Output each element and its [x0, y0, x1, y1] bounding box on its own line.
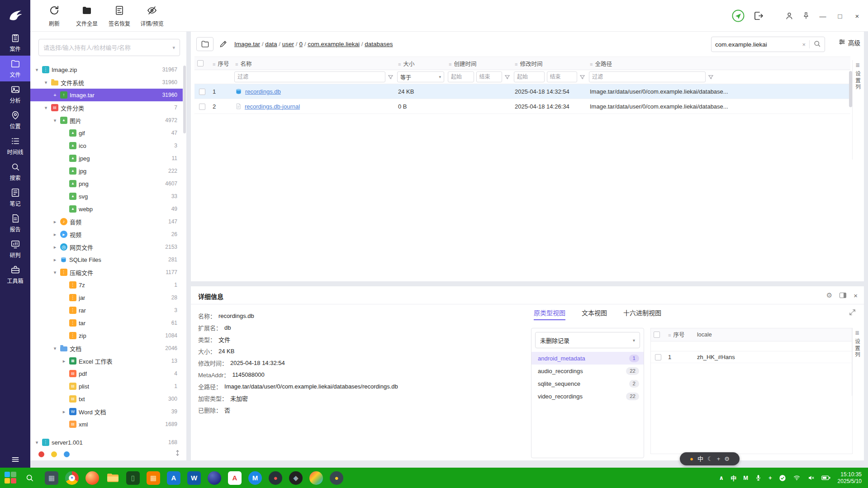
tree-node-xml[interactable]: ▤xml1689: [30, 418, 183, 431]
app-logo-icon[interactable]: [0, 0, 30, 30]
record-column-序号[interactable]: ≡序号: [665, 328, 694, 341]
tree-node-图片[interactable]: ▾▲图片4972: [30, 114, 183, 127]
toggle-panel-icon[interactable]: [840, 293, 846, 298]
file-link[interactable]: recordings.db: [245, 88, 281, 95]
export-icon[interactable]: [753, 10, 764, 21]
sidebar-item-search[interactable]: 搜索: [0, 159, 30, 185]
filter-funnel-icon[interactable]: [708, 74, 714, 80]
blue-a-editor[interactable]: A: [167, 471, 180, 485]
panel-resize-icon[interactable]: [174, 450, 181, 458]
ime-logo-icon[interactable]: ●: [690, 456, 693, 462]
taskbar-search-icon[interactable]: [25, 474, 34, 482]
send-feedback-icon[interactable]: [731, 9, 745, 23]
tree-node-zip[interactable]: ⋮zip1084: [30, 329, 183, 342]
ime-night-mode-icon[interactable]: ☾: [707, 456, 713, 462]
tree-toggle-icon[interactable]: ▾: [52, 346, 58, 351]
column-settings-button-2[interactable]: ≣ 设置列: [852, 328, 862, 396]
tree-node-png[interactable]: ▲png4607: [30, 177, 183, 190]
red-a-tool[interactable]: A: [228, 471, 242, 485]
table-list-item-android-metadata[interactable]: android_metadata1: [531, 352, 644, 365]
column-header-大小[interactable]: ≡大小: [395, 57, 446, 70]
row-checkbox[interactable]: [199, 89, 205, 95]
tree-toggle-icon[interactable]: +: [52, 92, 58, 98]
tree-node-网页文件[interactable]: ▸◎网页文件2153: [30, 241, 183, 253]
tree-search-input[interactable]: [43, 44, 172, 51]
tree-node-image-tar[interactable]: +↑Image.tar31960: [30, 89, 183, 101]
tab-文本视图[interactable]: 文本视图: [582, 308, 607, 320]
file-row[interactable]: 2recordings.db-journal0 B2025-04-18 14:2…: [194, 99, 850, 114]
thunderbird-mail[interactable]: [208, 471, 221, 485]
tree-scrollbar[interactable]: [183, 66, 186, 133]
sidebar-item-timeline[interactable]: 时间线: [0, 133, 30, 159]
tray-expand-icon[interactable]: ∧: [719, 474, 724, 481]
pin-icon[interactable]: [802, 12, 810, 20]
signature-recovery-button[interactable]: 签名恢复: [105, 2, 133, 30]
tree-node-jpeg[interactable]: ▲jpeg11: [30, 152, 183, 165]
word-processor[interactable]: W: [187, 471, 201, 485]
settings-gear-icon[interactable]: ⚙: [826, 291, 832, 299]
tree-toggle-icon[interactable]: ▾: [43, 80, 49, 85]
tree-toggle-icon[interactable]: ▾: [52, 118, 58, 123]
table-list-item-video-recordings[interactable]: video_recordings22: [531, 390, 644, 403]
search-input[interactable]: [715, 41, 798, 48]
ime-settings-icon[interactable]: ⚙: [724, 456, 730, 462]
modified-end-input[interactable]: [547, 71, 578, 82]
battery-icon[interactable]: [821, 475, 830, 481]
show-all-files-button[interactable]: 文件全显: [73, 2, 101, 30]
tree-toggle-icon[interactable]: ▸: [52, 232, 58, 237]
folder-view-button[interactable]: [196, 37, 213, 51]
sidebar-item-toolbox[interactable]: 工具箱: [0, 262, 30, 288]
sidebar-item-files[interactable]: 文件: [0, 56, 30, 81]
column-settings-button[interactable]: ≣ 设置列: [852, 60, 863, 160]
column-header-修改时间[interactable]: ≡修改时间: [512, 57, 587, 70]
advanced-search-button[interactable]: 高级: [838, 38, 860, 47]
record-filter-dropdown[interactable]: 未删除记录 ▾: [535, 332, 640, 348]
tree-toggle-icon[interactable]: ▾: [52, 270, 58, 275]
file-manager[interactable]: [106, 471, 119, 485]
tree-node-jpg[interactable]: ▲jpg222: [30, 165, 183, 177]
table-list-item-audio-recordings[interactable]: audio_recordings22: [531, 365, 644, 377]
tree-node-音频[interactable]: ▸♪音频147: [30, 215, 183, 228]
user-icon[interactable]: [785, 11, 794, 20]
orange-grid-tool[interactable]: ▦: [147, 471, 160, 485]
tree-toggle-icon[interactable]: ▾: [34, 67, 40, 73]
tree-node-ico[interactable]: ▲ico3: [30, 139, 183, 152]
close-panel-icon[interactable]: ×: [854, 292, 858, 299]
tree-node-文件系统[interactable]: ▾文件系统31960: [30, 76, 183, 89]
file-link[interactable]: recordings.db-journal: [245, 103, 300, 110]
ime-chinese-mode-icon[interactable]: 中: [697, 456, 703, 462]
tree-toggle-icon[interactable]: ▾: [34, 440, 40, 445]
tree-toggle-icon[interactable]: ▸: [52, 244, 58, 250]
android-terminal[interactable]: ▯: [126, 471, 140, 485]
ime-language-indicator[interactable]: 中: [730, 474, 736, 482]
clear-search-icon[interactable]: ×: [802, 41, 806, 48]
tree-node-压缩文件[interactable]: ▾⋮压缩文件1177: [30, 266, 183, 279]
tree-node-文档[interactable]: ▾文档2046: [30, 342, 183, 355]
maximize-button[interactable]: □: [835, 12, 844, 20]
firefox-browser[interactable]: [85, 471, 99, 485]
tree-node-gif[interactable]: ▲gif47: [30, 127, 183, 139]
chevron-down-icon[interactable]: ▾: [172, 45, 175, 51]
breadcrumb-segment[interactable]: Image.tar: [234, 41, 260, 47]
tree-node-sqlite-files[interactable]: ▸SQLite Files281: [30, 253, 183, 266]
tree-toggle-icon[interactable]: ▸: [61, 358, 67, 364]
breadcrumb-segment[interactable]: databases: [365, 41, 393, 47]
minimize-button[interactable]: —: [818, 12, 827, 20]
row-checkbox[interactable]: [199, 104, 205, 110]
volume-muted-icon[interactable]: [807, 474, 815, 481]
table-list-item-sqlite-sequence[interactable]: sqlite_sequence2: [531, 377, 644, 390]
detail-preview-button[interactable]: 详情/预览: [138, 2, 166, 30]
search-icon[interactable]: [813, 40, 821, 49]
created-start-input[interactable]: [448, 71, 474, 82]
select-all-checkbox[interactable]: [654, 332, 660, 338]
row-checkbox[interactable]: [655, 354, 661, 360]
input-method-icon[interactable]: M: [743, 474, 748, 481]
column-header-全路径[interactable]: ≡全路径: [587, 57, 850, 70]
m-media-tool[interactable]: M: [248, 471, 262, 485]
sidebar-menu-button[interactable]: [0, 455, 30, 464]
sidebar-item-report[interactable]: 报告: [0, 210, 30, 236]
breadcrumb-segment[interactable]: user: [282, 41, 294, 47]
modified-start-input[interactable]: [514, 71, 545, 82]
sidebar-item-analysis[interactable]: 分析: [0, 81, 30, 107]
table-scrollbar[interactable]: [849, 71, 852, 107]
